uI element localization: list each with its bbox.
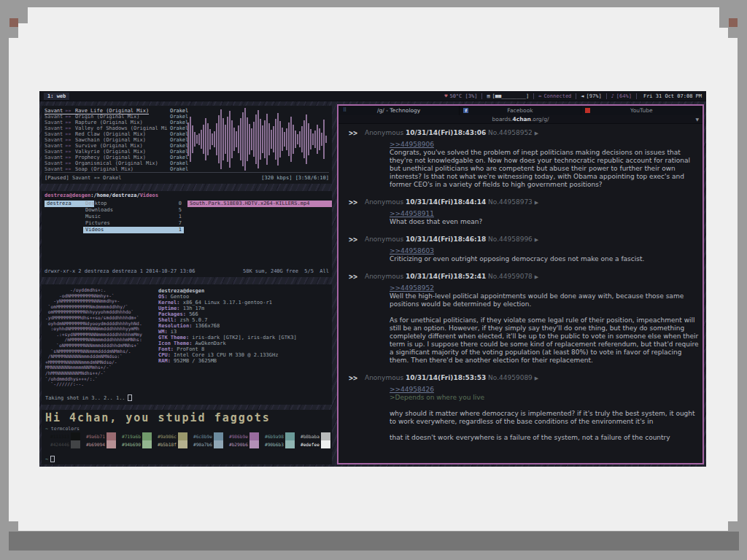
post-number[interactable]: No.44958952: [488, 129, 533, 136]
directory-row[interactable]: Downloads 5: [83, 207, 184, 214]
poster-name: Anonymous: [365, 273, 403, 280]
post-number[interactable]: No.44958996: [488, 236, 533, 243]
post-marker[interactable]: >>: [349, 129, 357, 137]
dropdown-icon[interactable]: ▼: [695, 115, 699, 123]
visualizer-bar: [205, 118, 206, 160]
post-number[interactable]: No.44959078: [488, 273, 533, 280]
directory-row[interactable]: Videos 1: [83, 227, 184, 233]
visualizer-bar: [273, 126, 274, 152]
termcolor-group: #6b9a98 #90b6b3: [259, 432, 295, 448]
workspace-button[interactable]: 1: web: [44, 93, 69, 100]
color-swatch: [249, 432, 259, 440]
track-separator: »»: [65, 143, 75, 149]
visualizer-bar: [255, 114, 257, 164]
visualizer-bar: [290, 117, 292, 162]
post-marker[interactable]: >>: [349, 198, 357, 206]
post-number[interactable]: No.44958973: [488, 198, 533, 206]
post-marker[interactable]: >>: [349, 236, 357, 244]
sysinfo-value: Gentoo: [171, 294, 189, 300]
now-playing: Savant »» Orakel: [72, 175, 121, 181]
visualizer-bar: [325, 136, 327, 143]
termcolor-group: #b8baba #edefee: [295, 432, 330, 448]
visualizer-bar: [268, 123, 270, 155]
visualizer-bar: [319, 128, 320, 150]
visualizer-bar: [192, 125, 193, 153]
quote-link[interactable]: >>44958906: [390, 141, 699, 149]
sysinfo-row: Shell: zsh 5.0.7: [158, 317, 297, 323]
track-title: Soap (Original Mix): [75, 166, 133, 172]
post-marker[interactable]: >>: [349, 273, 357, 281]
shell-prompt[interactable]: ~: [45, 456, 55, 462]
color-hex-label: #b69094: [80, 442, 107, 447]
sysinfo-value: Intel Core i3 CPU M 330 @ 2.133GHz: [174, 352, 278, 358]
reply-arrow-icon[interactable]: ▶: [535, 237, 538, 243]
color-hex-label: #edefee: [295, 442, 321, 447]
reply-arrow-icon[interactable]: ▶: [535, 200, 538, 206]
fourchan-icon: ⠿: [342, 108, 347, 113]
directory-row[interactable]: Music 1: [83, 214, 184, 220]
color-swatch: [107, 432, 116, 440]
reply-arrow-icon[interactable]: ▶: [535, 376, 538, 381]
post-text: As for unethical politicians, if they vi…: [390, 316, 699, 365]
thread-posts: >> Anonymous 10/31/14(Fri)18:43:06 No.44…: [338, 124, 703, 442]
status-text: [■■________]: [492, 93, 530, 99]
user-host: destreza@desgen: [158, 288, 297, 294]
visualizer-bar: [312, 133, 314, 145]
quote-link[interactable]: >>44958952: [390, 284, 699, 292]
termcolor-group: #986b9e #b290b6: [223, 432, 259, 448]
directory-name: Videos: [85, 227, 104, 233]
directory-count: 1: [179, 227, 182, 233]
visualizer-bar: [317, 125, 318, 154]
termcolor-group: #9a986c #b5b18f: [152, 432, 187, 448]
visualizer-bar: [297, 134, 298, 144]
url-bar[interactable]: boards.4chan.org/g/ ▼: [338, 115, 703, 124]
post-text: What does that even mean?: [390, 218, 699, 226]
color-swatch: [178, 432, 187, 440]
post: >> Anonymous 10/31/14(Fri)18:43:06 No.44…: [346, 129, 695, 189]
ranger-path: destreza@desgen:/home/destreza/Videos: [44, 192, 158, 199]
status-text: Fri 31 Oct 07:08 PM: [643, 93, 702, 99]
track-title: Organismical (Original Mix): [75, 160, 158, 166]
post-marker[interactable]: >>: [349, 374, 357, 382]
tab-facebook[interactable]: f Facebook: [460, 106, 581, 115]
visualizer-bar: [207, 123, 209, 155]
track-artist: Savant: [44, 114, 65, 120]
tab-4chan[interactable]: ⠿ /g/ - Technology: [338, 106, 460, 115]
terminal-cursor: [128, 394, 132, 401]
preview-file-item[interactable]: South.Park.S18E03.HDTV.x264-KILLERS.mp4: [187, 201, 332, 207]
quote-link[interactable]: >>44958603: [390, 247, 699, 255]
command-line: ~ termcolors: [45, 426, 80, 432]
post: >> Anonymous 10/31/14(Fri)18:52:41 No.44…: [346, 273, 695, 365]
sysinfo-row: GTK Theme: iris-dark [GTK2], iris-dark […: [158, 335, 297, 341]
track-artist: Savant: [44, 155, 65, 160]
reply-arrow-icon[interactable]: ▶: [535, 131, 538, 136]
track-title: Prophecy (Original Mix): [75, 155, 146, 160]
directory-row[interactable]: Desktop 0: [83, 201, 184, 207]
directory-name: Downloads: [85, 207, 113, 214]
color-hex-label: #90a7b6: [187, 442, 214, 447]
tab-youtube[interactable]: YouTube: [581, 106, 703, 115]
directory-row[interactable]: Pictures 7: [83, 220, 184, 227]
color-hex-label: #b8baba: [295, 434, 321, 439]
status-text: Connected: [543, 93, 571, 99]
directory-count: 0: [179, 201, 182, 207]
terminal-cursor: [50, 456, 55, 462]
visualizer-bar: [262, 125, 263, 153]
visualizer-bar: [321, 133, 322, 146]
sysinfo-value: AwOkenDark: [196, 341, 226, 346]
visualizer-bar: [271, 130, 272, 149]
status-segments: ♥ 50°C [3%] ▤ [■■________] ≈ Connected ◄…: [444, 93, 702, 99]
visualizer-bar: [236, 131, 237, 147]
sysinfo-value: 566: [189, 311, 198, 317]
color-swatch: [214, 432, 223, 440]
color-swatch: [107, 440, 116, 448]
disk-usage: 58K sum, 240G free 5/5 All: [243, 268, 329, 275]
track-artist: Savant: [44, 160, 65, 166]
post-number[interactable]: No.44959089: [488, 374, 533, 381]
track-separator: »»: [65, 114, 75, 120]
quote-link[interactable]: >>44958426: [390, 386, 699, 394]
sysinfo-row: Resolution: 1366x768: [158, 323, 297, 329]
color-swatch: [285, 440, 295, 448]
reply-arrow-icon[interactable]: ▶: [535, 274, 538, 280]
quote-link[interactable]: >>44958911: [390, 210, 699, 218]
